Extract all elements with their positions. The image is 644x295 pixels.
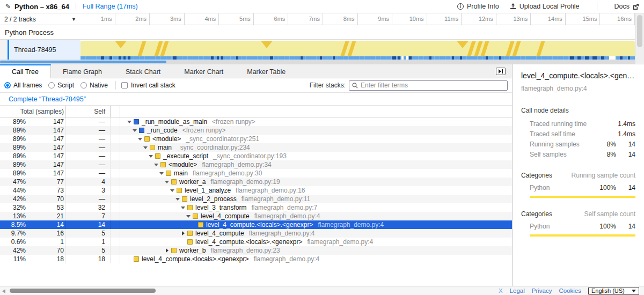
cell-icon [111, 160, 120, 169]
call-tree-rows: 89%147—_run_module_as_main<frozen runpy>… [0, 117, 512, 263]
track-band[interactable] [80, 41, 635, 56]
scrollbar-thumb[interactable] [0, 61, 166, 63]
tab-call-tree[interactable]: Call Tree [0, 64, 51, 78]
table-row[interactable]: 89%147—_execute_script_sync_coordinator.… [0, 152, 512, 160]
table-row[interactable]: 42%705worker_bflamegraph_demo.py:23 [0, 246, 512, 255]
column-header-self[interactable]: Self [66, 106, 111, 117]
ruler-tick: 16ms [600, 13, 635, 25]
collapse-icon[interactable] [132, 129, 137, 132]
table-row[interactable]: 47%774worker_aflamegraph_demo.py:19 [0, 178, 512, 186]
category-bar-track [530, 234, 635, 237]
cell-tree: level_4_compute.<locals>.<genexpr>flameg… [120, 255, 512, 263]
row-self: — [66, 169, 111, 178]
cell-total: 89%147 [0, 152, 66, 160]
collapse-icon[interactable] [170, 189, 175, 192]
row-total-samples: 70 [26, 247, 65, 254]
radio-label: Script [57, 82, 74, 89]
upload-profile-button[interactable]: Upload Local Profile [510, 3, 580, 10]
column-header-total[interactable]: Total (samples) [0, 106, 66, 117]
category-square-icon [171, 248, 177, 253]
full-range-button[interactable]: Full Range (17ms) [83, 3, 138, 10]
row-self: — [66, 143, 111, 152]
row-self: — [66, 195, 111, 203]
footer-link-privacy[interactable]: Privacy [532, 287, 552, 294]
table-row[interactable]: 89%147—<module>flamegraph_demo.py:34 [0, 160, 512, 169]
table-row[interactable]: 8.5%1414level_4_compute.<locals>.<genexp… [0, 220, 512, 229]
footer-link-x[interactable]: X [499, 287, 503, 294]
table-row[interactable]: 89%147—main_sync_coordinator.py:234 [0, 143, 512, 152]
file-location: flamegraph_demo.py:19 [210, 178, 280, 186]
sidebar-toggle-button[interactable] [496, 68, 506, 75]
table-row[interactable]: 9.7%165level_4_computeflamegraph_demo.py… [0, 229, 512, 238]
category-square-icon [134, 119, 139, 124]
expand-icon[interactable] [180, 231, 186, 235]
breadcrumb[interactable]: Complete “Thread-78495” [9, 95, 86, 103]
cell-icon [111, 152, 120, 160]
row-total-samples: 147 [26, 127, 65, 134]
collapse-icon[interactable] [143, 146, 148, 149]
language-select[interactable]: English (US) [588, 287, 639, 295]
collapse-icon[interactable] [186, 215, 191, 218]
timeline-horizontal-scrollbar[interactable] [0, 60, 644, 64]
tracks-vertical-scrollbar[interactable] [635, 13, 644, 64]
table-row[interactable]: 44%733level_1_analyzeflamegraph_demo.py:… [0, 186, 512, 195]
row-total-samples: 1 [26, 238, 65, 246]
row-total-samples: 147 [26, 152, 65, 160]
tab-marker-chart[interactable]: Marker Chart [172, 64, 235, 78]
footer-link-legal[interactable]: Legal [510, 287, 525, 294]
scroll-left-icon[interactable] [2, 289, 5, 293]
scrollbar-thumb[interactable] [637, 15, 642, 47]
radio-all-frames[interactable]: All frames [4, 82, 42, 89]
file-location: flamegraph_demo.py:4 [307, 238, 373, 246]
process-track-header[interactable]: Python Process [0, 25, 644, 40]
table-row[interactable]: 89%147—mainflamegraph_demo.py:30 [0, 169, 512, 178]
chevron-down-icon: ▼ [71, 17, 76, 22]
marker-slash-icon [138, 41, 147, 56]
table-row[interactable]: 89%147—_run_code<frozen runpy> [0, 126, 512, 135]
collapse-icon[interactable] [127, 121, 132, 123]
thread-track-visualization[interactable] [80, 40, 635, 60]
cell-icon [111, 169, 120, 178]
invert-call-stack-checkbox[interactable] [121, 82, 128, 88]
category-square-icon [187, 205, 193, 210]
function-name: level_4_compute [195, 230, 244, 237]
radio-script[interactable]: Script [48, 82, 74, 89]
expand-icon[interactable] [164, 248, 170, 253]
function-name: <module> [169, 161, 197, 168]
function-name: worker_a [179, 178, 206, 186]
ruler-tick: 14ms [531, 13, 566, 25]
profile-info-button[interactable]: i Profile Info [457, 3, 499, 10]
profile-title[interactable]: Python – x86_64 [14, 3, 69, 11]
tab-stack-chart[interactable]: Stack Chart [114, 64, 172, 78]
function-name: level_4_compute.<locals>.<genexpr> [206, 221, 313, 228]
ruler-tick: 13ms [496, 13, 531, 25]
collapse-icon[interactable] [180, 206, 186, 209]
collapse-icon[interactable] [159, 172, 164, 175]
collapse-icon[interactable] [164, 181, 170, 183]
collapse-icon[interactable] [153, 164, 159, 166]
collapse-icon[interactable] [148, 155, 153, 158]
thread-track-label[interactable]: Thread-78495 [9, 40, 80, 60]
row-total-samples: 77 [26, 178, 65, 186]
tab-flame-graph[interactable]: Flame Graph [51, 64, 114, 78]
collapse-icon[interactable] [137, 138, 143, 141]
table-row[interactable]: 32%5332level_3_transformflamegraph_demo.… [0, 203, 512, 212]
table-row[interactable]: 0.6%11level_4_compute.<locals>.<genexpr>… [0, 238, 512, 246]
table-row[interactable]: 89%147—_run_module_as_main<frozen runpy> [0, 117, 512, 126]
file-location: flamegraph_demo.py:34 [202, 161, 271, 168]
cell-tree: level_4_compute.<locals>.<genexpr>flameg… [120, 220, 512, 229]
table-row[interactable]: 13%217level_4_computeflamegraph_demo.py:… [0, 212, 512, 220]
tracks-dropdown[interactable]: 2 / 2 tracks ▼ [0, 13, 80, 25]
collapse-icon[interactable] [175, 198, 180, 201]
ruler-tick: 2ms [115, 13, 150, 25]
edit-profile-name-icon[interactable]: ✎ [5, 3, 11, 10]
horizontal-scrollbar-thumb[interactable] [10, 289, 156, 293]
docs-link[interactable]: Docs [614, 3, 639, 10]
radio-native[interactable]: Native [80, 82, 108, 89]
footer-link-cookies[interactable]: Cookies [559, 287, 581, 294]
table-row[interactable]: 11%1818level_4_compute.<locals>.<genexpr… [0, 255, 512, 263]
tab-marker-table[interactable]: Marker Table [235, 64, 297, 78]
table-row[interactable]: 89%147—<module>_sync_coordinator.py:251 [0, 135, 512, 143]
filter-stacks-input[interactable] [361, 82, 504, 89]
table-row[interactable]: 42%70—level_2_processflamegraph_demo.py:… [0, 195, 512, 203]
